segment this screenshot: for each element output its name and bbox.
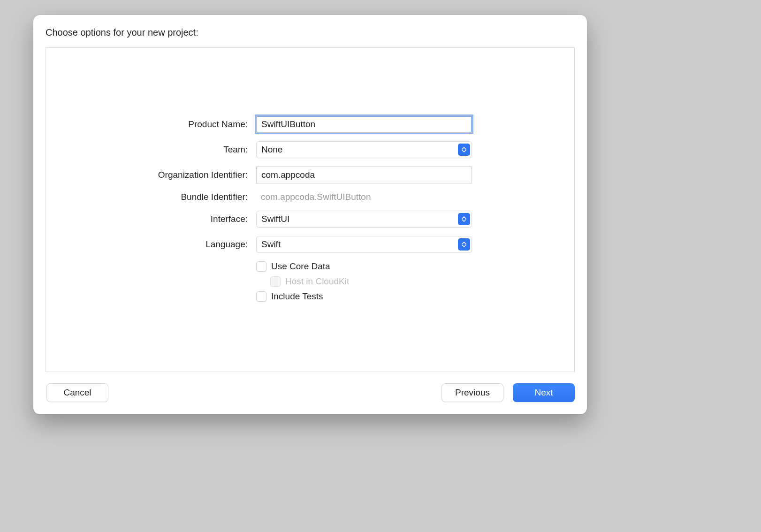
cancel-button[interactable]: Cancel: [46, 383, 108, 402]
language-select-value: Swift: [261, 239, 281, 250]
host-cloudkit-checkbox: [270, 276, 281, 287]
language-label: Language:: [46, 239, 248, 250]
host-cloudkit-label: Host in CloudKit: [285, 276, 349, 287]
org-identifier-label: Organization Identifier:: [46, 170, 248, 180]
use-core-data-checkbox[interactable]: [256, 261, 266, 272]
previous-button[interactable]: Previous: [441, 383, 503, 402]
bundle-identifier-value: com.appcoda.SwiftUIButton: [256, 192, 472, 202]
bundle-identifier-label: Bundle Identifier:: [46, 192, 248, 202]
product-name-label: Product Name:: [46, 119, 248, 129]
interface-select-value: SwiftUI: [261, 214, 289, 224]
org-identifier-input[interactable]: [256, 167, 472, 183]
form: Product Name: Team: None Organization Id…: [46, 116, 574, 302]
use-core-data-label: Use Core Data: [271, 261, 330, 272]
product-name-input[interactable]: [256, 116, 472, 133]
content-area: Product Name: Team: None Organization Id…: [46, 47, 575, 372]
include-tests-label: Include Tests: [271, 291, 323, 302]
team-select-value: None: [261, 144, 282, 155]
interface-label: Interface:: [46, 214, 248, 224]
team-select[interactable]: None: [256, 141, 472, 158]
interface-select[interactable]: SwiftUI: [256, 211, 472, 228]
next-button[interactable]: Next: [513, 383, 575, 402]
dialog-title: Choose options for your new project:: [46, 27, 575, 38]
chevron-up-down-icon: [458, 238, 470, 251]
chevron-up-down-icon: [458, 144, 470, 156]
dialog-footer: Cancel Previous Next: [46, 383, 575, 402]
options-checkboxes: Use Core Data Host in CloudKit Include T…: [256, 261, 472, 302]
new-project-options-dialog: Choose options for your new project: Pro…: [33, 15, 587, 414]
team-label: Team:: [46, 144, 248, 155]
chevron-up-down-icon: [458, 213, 470, 225]
include-tests-checkbox[interactable]: [256, 291, 266, 302]
language-select[interactable]: Swift: [256, 236, 472, 253]
